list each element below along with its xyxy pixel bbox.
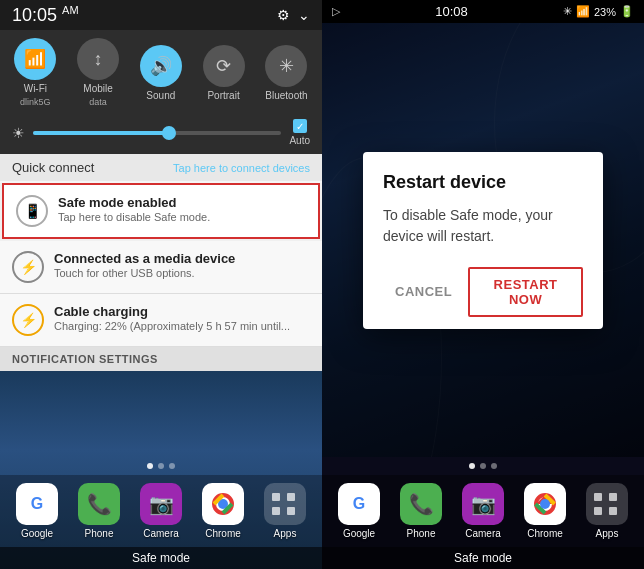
dialog-overlay: Restart device To disable Safe mode, you… xyxy=(322,23,644,457)
safe-mode-notification[interactable]: 📱 Safe mode enabled Tap here to disable … xyxy=(2,183,320,239)
signal-icon: 📶 xyxy=(576,5,590,18)
quick-toggles-row: 📶 Wi-Fi dlink5G ↕ Mobile data 🔊 Sound ⟳ … xyxy=(0,30,322,115)
right-phone-app-icon: 📞 xyxy=(400,483,442,525)
bluetooth-label: Bluetooth xyxy=(265,90,307,101)
cancel-button[interactable]: CANCEL xyxy=(383,276,464,307)
portrait-label: Portrait xyxy=(207,90,239,101)
auto-checkbox[interactable]: ✓ xyxy=(293,119,307,133)
wifi-label: Wi-Fi xyxy=(24,83,47,94)
notification-settings-bar[interactable]: NOTIFICATION SETTINGS xyxy=(0,347,322,371)
google-app-label: Google xyxy=(21,528,53,539)
left-panel: 10:05 AM ⚙ ⌄ 📶 Wi-Fi dlink5G ↕ Mobile da… xyxy=(0,0,322,569)
quick-connect-bar: Quick connect Tap here to connect device… xyxy=(0,154,322,181)
google-app-icon: G xyxy=(16,483,58,525)
left-home-screen: G Google 📞 Phone 📷 Camera xyxy=(0,371,322,569)
mobile-data-toggle-circle[interactable]: ↕ xyxy=(77,38,119,80)
left-app-apps[interactable]: Apps xyxy=(264,483,306,539)
right-status-left-icon: ▷ xyxy=(332,5,340,18)
battery-text: 23% xyxy=(594,6,616,18)
left-app-phone[interactable]: 📞 Phone xyxy=(78,483,120,539)
right-google-app-icon: G xyxy=(338,483,380,525)
svg-point-6 xyxy=(540,499,550,509)
quick-connect-label: Quick connect xyxy=(12,160,94,175)
bluetooth-toggle-circle[interactable]: ✳ xyxy=(265,45,307,87)
right-camera-app-icon: 📷 xyxy=(462,483,504,525)
settings-icon[interactable]: ⚙ xyxy=(277,7,290,23)
page-dot-1 xyxy=(147,463,153,469)
safe-mode-notif-title: Safe mode enabled xyxy=(58,195,210,210)
mobile-data-sublabel: data xyxy=(89,97,107,107)
dialog-body: To disable Safe mode, your device will r… xyxy=(383,205,583,247)
portrait-toggle[interactable]: ⟳ Portrait xyxy=(203,45,245,101)
right-app-chrome[interactable]: Chrome xyxy=(524,483,566,539)
notification-list: 📱 Safe mode enabled Tap here to disable … xyxy=(0,183,322,347)
restart-dialog: Restart device To disable Safe mode, you… xyxy=(363,152,603,329)
right-app-google[interactable]: G Google xyxy=(338,483,380,539)
brightness-thumb xyxy=(162,126,176,140)
safe-mode-notif-desc: Tap here to disable Safe mode. xyxy=(58,211,210,223)
brightness-fill xyxy=(33,131,170,135)
right-phone-app-label: Phone xyxy=(407,528,436,539)
wifi-toggle-circle[interactable]: 📶 xyxy=(14,38,56,80)
safe-mode-notif-text: Safe mode enabled Tap here to disable Sa… xyxy=(58,195,210,223)
phone-app-label: Phone xyxy=(85,528,114,539)
right-page-dot-1 xyxy=(469,463,475,469)
charging-notification[interactable]: ⚡ Cable charging Charging: 22% (Approxim… xyxy=(0,294,322,347)
left-time: 10:05 AM xyxy=(12,4,79,26)
right-camera-app-label: Camera xyxy=(465,528,501,539)
right-app-apps[interactable]: Apps xyxy=(586,483,628,539)
left-status-icons: ⚙ ⌄ xyxy=(277,7,310,23)
right-chrome-app-icon xyxy=(524,483,566,525)
right-home-screen: Restart device To disable Safe mode, you… xyxy=(322,23,644,457)
bluetooth-toggle[interactable]: ✳ Bluetooth xyxy=(265,45,307,101)
right-status-bar: ▷ 10:08 ✳ 📶 23% 🔋 xyxy=(322,0,644,23)
camera-app-label: Camera xyxy=(143,528,179,539)
left-app-dock: G Google 📞 Phone 📷 Camera xyxy=(0,475,322,547)
page-dot-3 xyxy=(169,463,175,469)
right-page-dot-3 xyxy=(491,463,497,469)
left-safe-mode-bar: Safe mode xyxy=(0,547,322,569)
usb-notif-icon: ⚡ xyxy=(12,251,44,283)
left-app-google[interactable]: G Google xyxy=(16,483,58,539)
right-apps-app-label: Apps xyxy=(596,528,619,539)
right-status-icons: ✳ 📶 23% 🔋 xyxy=(563,5,634,18)
left-app-chrome[interactable]: Chrome xyxy=(202,483,244,539)
safe-mode-notif-icon: 📱 xyxy=(16,195,48,227)
usb-notif-title: Connected as a media device xyxy=(54,251,235,266)
auto-brightness[interactable]: ✓ Auto xyxy=(289,119,310,146)
apps-app-icon xyxy=(264,483,306,525)
right-google-app-label: Google xyxy=(343,528,375,539)
charging-notif-icon: ⚡ xyxy=(12,304,44,336)
wifi-sublabel: dlink5G xyxy=(20,97,51,107)
right-app-phone[interactable]: 📞 Phone xyxy=(400,483,442,539)
brightness-icon: ☀ xyxy=(12,125,25,141)
chevron-down-icon[interactable]: ⌄ xyxy=(298,7,310,23)
mobile-data-toggle[interactable]: ↕ Mobile data xyxy=(77,38,119,107)
left-app-camera[interactable]: 📷 Camera xyxy=(140,483,182,539)
right-app-dock: G Google 📞 Phone 📷 Camera xyxy=(322,475,644,547)
portrait-toggle-circle[interactable]: ⟳ xyxy=(203,45,245,87)
right-time: 10:08 xyxy=(435,4,468,19)
right-app-camera[interactable]: 📷 Camera xyxy=(462,483,504,539)
usb-notification[interactable]: ⚡ Connected as a media device Touch for … xyxy=(0,241,322,294)
right-panel: ▷ 10:08 ✳ 📶 23% 🔋 Restart device To disa… xyxy=(322,0,644,569)
chrome-app-label: Chrome xyxy=(205,528,241,539)
charging-notif-desc: Charging: 22% (Approximately 5 h 57 min … xyxy=(54,320,290,332)
apps-app-label: Apps xyxy=(274,528,297,539)
phone-app-icon: 📞 xyxy=(78,483,120,525)
left-status-bar: 10:05 AM ⚙ ⌄ xyxy=(0,0,322,30)
restart-now-button[interactable]: RESTART NOW xyxy=(468,267,583,317)
usb-notif-desc: Touch for other USB options. xyxy=(54,267,235,279)
dialog-title: Restart device xyxy=(383,172,583,193)
right-apps-app-icon xyxy=(586,483,628,525)
battery-icon: 🔋 xyxy=(620,5,634,18)
bluetooth-status-icon: ✳ xyxy=(563,5,572,18)
sound-toggle[interactable]: 🔊 Sound xyxy=(140,45,182,101)
svg-point-3 xyxy=(219,500,227,508)
sound-toggle-circle[interactable]: 🔊 xyxy=(140,45,182,87)
wifi-toggle[interactable]: 📶 Wi-Fi dlink5G xyxy=(14,38,56,107)
brightness-slider[interactable] xyxy=(33,131,281,135)
charging-notif-title: Cable charging xyxy=(54,304,290,319)
usb-notif-text: Connected as a media device Touch for ot… xyxy=(54,251,235,279)
quick-connect-tap[interactable]: Tap here to connect devices xyxy=(173,162,310,174)
